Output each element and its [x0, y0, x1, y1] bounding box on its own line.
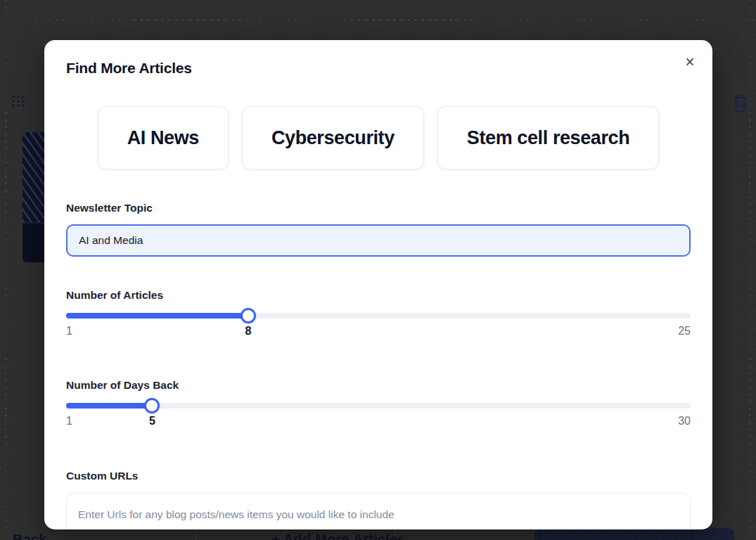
custom-urls-label: Custom URLs [66, 470, 138, 482]
dotted-divider-right [750, 0, 750, 540]
number-of-days-back-values: 1 5 30 [66, 415, 691, 430]
newsletter-topic-input[interactable] [66, 224, 691, 257]
slider-fill [66, 403, 152, 409]
slider-current-value: 5 [149, 415, 155, 428]
slider-min-label: 1 [66, 415, 72, 428]
newsletter-topic-label: Newsletter Topic [66, 202, 153, 214]
dotted-divider-horizontal [21, 20, 756, 20]
table-column-divider [196, 529, 196, 540]
dotted-divider-left [6, 0, 6, 540]
slider-max-label: 30 [678, 415, 691, 428]
slider-min-label: 1 [66, 325, 72, 338]
drag-handle-icon[interactable] [11, 94, 25, 108]
custom-urls-input[interactable] [66, 493, 691, 529]
number-of-articles-slider[interactable] [66, 308, 691, 323]
slider-track[interactable] [66, 403, 691, 409]
add-more-articles-button-partial[interactable]: + Add More Articles [271, 532, 406, 540]
find-more-articles-modal: Find More Articles × AI News Cybersecuri… [44, 40, 712, 529]
close-icon[interactable]: × [679, 51, 700, 72]
suggested-topic-ai-news[interactable]: AI News [98, 106, 229, 169]
number-of-articles-values: 1 8 25 [66, 325, 691, 340]
modal-title: Find More Articles [66, 60, 192, 77]
number-of-days-back-slider[interactable] [66, 398, 691, 413]
slider-fill [66, 313, 248, 319]
trash-icon[interactable] [732, 93, 749, 112]
slider-thumb[interactable] [144, 398, 160, 413]
back-button-partial[interactable]: Back [13, 532, 47, 540]
number-of-articles-label: Number of Articles [66, 289, 163, 302]
suggested-topic-cybersecurity[interactable]: Cybersecurity [242, 106, 424, 169]
number-of-days-back-label: Number of Days Back [66, 379, 179, 392]
primary-action-button-partial[interactable] [534, 528, 734, 540]
slider-thumb[interactable] [241, 308, 256, 323]
slider-current-value: 8 [245, 325, 252, 338]
slider-max-label: 25 [678, 325, 691, 338]
suggested-topics-row: AI News Cybersecurity Stem cell research [44, 106, 712, 169]
suggested-topic-stem-cell-research[interactable]: Stem cell research [437, 106, 659, 169]
